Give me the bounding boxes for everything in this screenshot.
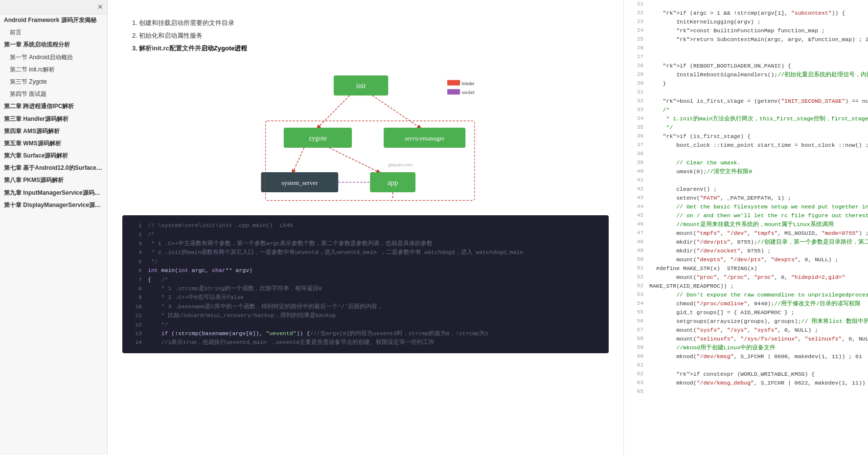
right-code-text: //mknod用于创建Linux中的设备文件 [649, 343, 864, 352]
sidebar-item-14[interactable]: 第九章 InputManagerService源码解析 [0, 187, 107, 199]
right-code-line: 46 //mount是用来挂载文件系统的，mount属于Linux系统调用 [624, 220, 868, 229]
right-line-num: 40 [628, 167, 643, 176]
right-code-line: 36 "rk">if (is_first_stage) { [624, 132, 868, 141]
right-line-num: 29 [628, 70, 643, 79]
right-code-line: 44 // Get the basic filesystem setup we … [624, 203, 868, 211]
right-code-line: 57 mount("sysfs", "/sys", "sysfs", 0, NU… [624, 326, 868, 335]
right-code-line: 49 mkdir("/dev/socket", 0755) ; [624, 247, 868, 255]
app-label: app [388, 179, 398, 186]
code-line-1: 1// \system\core\init\init .cpp main() L… [130, 221, 601, 230]
right-line-num: 28 [628, 62, 643, 70]
right-code-line: 53 // Don't expose the raw commandline t… [624, 291, 868, 299]
right-code-line: 22 "rk">if (argc > 1 && !strcmp(argv[1],… [624, 9, 868, 18]
right-code-text [649, 44, 864, 53]
arrow-init-sm [372, 95, 420, 128]
right-line-num: 63 [628, 379, 643, 387]
diagram-container: init zygote servicemanager system_server… [238, 64, 493, 205]
right-code-line: 28 "rk">if (REBOOT_BOOTLOADER_ON_PANIC) … [624, 62, 868, 70]
right-code-text: InitKernelLogging(argv) ; [649, 18, 864, 26]
code-line-13: 13 if (!strcmp(basename(argv[0]), "ueven… [130, 329, 601, 338]
right-line-num: 27 [628, 53, 643, 62]
sidebar-item-15[interactable]: 第十章 DisplayManagerService源码解析 [0, 199, 107, 211]
arrow-init-zygote [318, 95, 350, 128]
code-line-3: 3 * 1 .C++中主函数有两个参数，第一个参数argc表示参数个数，第二个参… [130, 239, 601, 248]
right-code-line: 21 [624, 0, 868, 9]
sidebar-item-1[interactable]: 前言 [0, 26, 107, 39]
right-line-num: 53 [628, 291, 643, 299]
right-code-line: 52 mount("proc", "/proc", "proc", 0, "hi… [624, 273, 868, 282]
right-code-block: 2122 "rk">if (argc > 1 && !strcmp(argv[1… [624, 0, 868, 396]
right-code-text: //mount是用来挂载文件系统的，mount属于Linux系统调用 [649, 220, 864, 229]
sidebar-item-10[interactable]: 第五章 WMS源码解析 [0, 137, 107, 150]
right-line-num: 39 [628, 159, 643, 167]
arrow-zy-app [329, 148, 379, 172]
legend-binder-color [447, 80, 460, 86]
right-code-text: // Don't expose the raw commandline to u… [649, 291, 868, 299]
right-code-text: setgroups(arraysize(groups), groups);// … [649, 317, 868, 326]
code-line-9: 9 * 2 .C++中0也可以表示false [130, 293, 601, 302]
sidebar-item-6[interactable]: 第四节 面试题 [0, 88, 107, 100]
right-code-line: 47 mount("tmpfs", "/dev", "tmpfs", MS_NO… [624, 229, 868, 238]
right-code-line: 27 [624, 53, 868, 62]
sidebar-item-4[interactable]: 第二节 init.rc解析 [0, 64, 107, 76]
sidebar-item-3[interactable]: 第一节 Android启动概括 [0, 51, 107, 64]
right-code-text: mount("sysfs", "/sys", "sysfs", 0, NULL)… [649, 326, 864, 335]
sidebar-item-13[interactable]: 第八章 PKMS源码解析 [0, 174, 107, 186]
right-code-line: 51 #define MAKE_STR(x) STRING(x) [624, 264, 868, 273]
right-code-text: MAKE_STR(AID_READPROC)) ; [649, 282, 864, 291]
right-code-line: 29 InstallRebootSignalHandlers();//初始化重启… [624, 70, 868, 79]
right-code-text: "rk">return SubcontextMain(argc, argv, &… [649, 35, 868, 44]
sidebar-close-button[interactable]: ✕ [97, 3, 103, 11]
right-line-num: 49 [628, 247, 643, 255]
right-code-line: 62 "rk">if constexpr (WORLD_WRITABLE_KMS… [624, 370, 868, 379]
diagram-svg: init zygote servicemanager system_server… [238, 64, 493, 205]
right-line-num: 32 [628, 97, 643, 106]
right-line-num: 65 [628, 387, 643, 396]
right-code-line: 45 // on / and then we'll let the rc fil… [624, 211, 868, 220]
right-line-num: 24 [628, 26, 643, 35]
right-code-line: 37 boot_clock ::time_point start_time = … [624, 141, 868, 150]
right-code-text: "rk">if (argc > 1 && !strcmp(argv[1], "s… [649, 9, 864, 18]
right-line-num: 31 [628, 88, 643, 97]
sidebar-item-7[interactable]: 第二章 跨进程通信IPC解析 [0, 100, 107, 113]
right-line-num: 22 [628, 9, 643, 18]
right-line-num: 42 [628, 185, 643, 194]
right-code-line: 33 /* [624, 106, 868, 114]
right-code-line: 63 mknod("/dev/kmsg_debug", S_IFCHR | 06… [624, 379, 868, 387]
right-code-text: // Get the basic filesystem setup we nee… [649, 203, 868, 211]
right-code-line: 58 mount("selinuxfs", "/sys/fs/selinux",… [624, 335, 868, 343]
sidebar-header: ✕ [0, 0, 107, 14]
right-line-num: 44 [628, 203, 643, 211]
sidebar-item-8[interactable]: 第三章 Handler源码解析 [0, 113, 107, 125]
code-text: // \system\core\init\init .cpp main() L5… [148, 221, 601, 230]
right-line-num: 36 [628, 132, 643, 141]
right-line-num: 23 [628, 18, 643, 26]
sidebar-item-11[interactable]: 第六章 Surface源码解析 [0, 150, 107, 162]
right-line-num: 43 [628, 194, 643, 203]
right-line-num: 47 [628, 229, 643, 238]
right-code-text: InstallRebootSignalHandlers();//初始化重启系统的… [649, 70, 868, 79]
right-code-line: 59 //mknod用于创建Linux中的设备文件 [624, 343, 868, 352]
right-line-num: 61 [628, 361, 643, 370]
code-line-8: 8 * 1 .strcmp是String的一个函数，比较字符串，相等返回0 [130, 284, 601, 293]
right-line-num: 51 [628, 264, 643, 273]
code-line-14: 14 //1表示true，也就执行ueventd_main ，ueventd主要… [130, 338, 601, 347]
right-line-num: 52 [628, 273, 643, 282]
right-line-num: 59 [628, 343, 643, 352]
right-line-num: 50 [628, 255, 643, 264]
sidebar-item-12[interactable]: 第七章 基于Android12.0的SurfaceFlinger源 [0, 162, 107, 174]
right-code-line: 55 gid_t groups[] = { AID_READPROC } ; [624, 308, 868, 317]
right-code-line: 42 clearenv() ; [624, 185, 868, 194]
legend-socket-label: socket [462, 90, 475, 95]
code-line-11: 11 * 比如/sdcard/miui_recovery/backup，得到的结… [130, 311, 601, 320]
right-line-num: 21 [628, 0, 643, 9]
sidebar-item-2[interactable]: 第一章 系统启动流程分析 [0, 39, 107, 51]
right-line-num: 35 [628, 123, 643, 132]
right-code-line: 56 setgroups(arraysize(groups), groups);… [624, 317, 868, 326]
right-code-line: 52MAKE_STR(AID_READPROC)) ; [624, 282, 868, 291]
sidebar-item-9[interactable]: 第四章 AMS源码解析 [0, 125, 107, 137]
sidebar-item-5[interactable]: 第三节 Zygote [0, 76, 107, 88]
right-line-num: 57 [628, 326, 643, 335]
sidebar-item-0[interactable]: Android Framework 源码开发揭秘 [0, 14, 107, 26]
main-content: 1. 创建和挂载启动所需要的文件目录 2. 初始化和启动属性服务 3. 解析in… [108, 0, 623, 455]
